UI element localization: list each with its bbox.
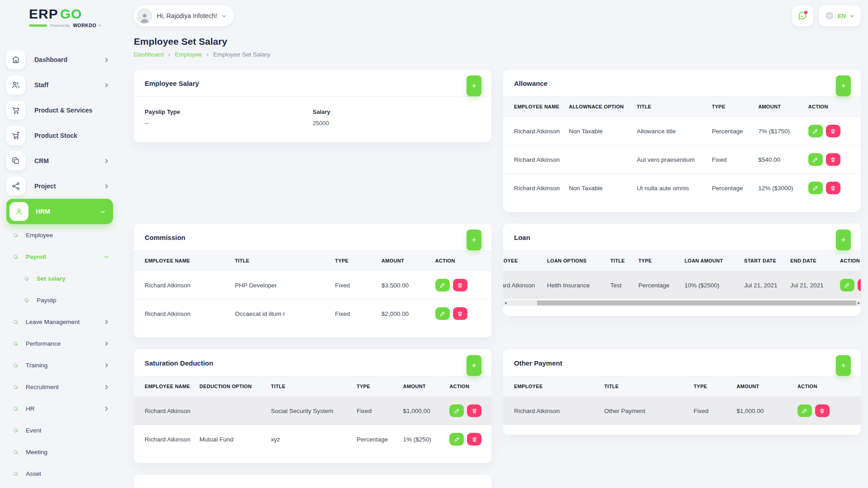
card-head: Allowance + (503, 70, 861, 97)
sidebar-item-hr[interactable]: HR (6, 398, 113, 419)
user-avatar (137, 8, 152, 24)
edit-button[interactable] (449, 433, 464, 446)
delete-button[interactable] (826, 182, 840, 194)
add-saturation-deduction-button[interactable]: + (467, 355, 481, 376)
language-selector[interactable]: EN (819, 5, 861, 26)
workdo-dot: • (99, 23, 100, 28)
delete-button[interactable] (453, 307, 467, 320)
delete-button[interactable] (815, 404, 830, 417)
sidebar-item-training[interactable]: Training (6, 354, 113, 376)
edit-button[interactable] (449, 404, 464, 417)
cell-amount: $3,500.00 (377, 271, 431, 300)
column-header-type: TYPE (689, 376, 732, 397)
add-other-payment-button[interactable]: + (836, 355, 851, 376)
scroll-left-arrow[interactable]: ◂ (505, 300, 507, 306)
column-header-employee: EMPLOYEE (503, 376, 600, 397)
cell-title: Occaecat id illum r (231, 300, 330, 328)
sidebar-item-recruitment[interactable]: Recruitment (6, 376, 113, 398)
bullet-icon (24, 297, 29, 303)
sidebar-item-label: Product & Services (34, 107, 92, 114)
sidebar-item-product-stock[interactable]: Product Stock (6, 123, 113, 148)
chevron-down-icon (849, 14, 854, 19)
edit-button[interactable] (808, 182, 823, 194)
cell-amount: $1,000.00 (732, 397, 793, 425)
sidebar-item-asset[interactable]: Asset (6, 463, 113, 484)
sidebar-item-crm[interactable]: CRM (6, 148, 113, 174)
cell-type: Percentage (352, 425, 399, 454)
table-header-row: EMPLOYEE NAMEALLOWNACE OPTIONTITLETYPEAM… (503, 97, 861, 117)
breadcrumb-employee[interactable]: Employee (175, 51, 202, 58)
sidebar-item-project[interactable]: Project (6, 174, 113, 199)
row-actions (840, 279, 861, 291)
cell-employee-name: Richard Atkinson (134, 425, 195, 454)
add-commission-button[interactable]: + (467, 230, 481, 250)
scroll-right-arrow[interactable]: ▸ (858, 300, 860, 306)
sidebar-item-product-services[interactable]: Product & Services (6, 98, 113, 123)
sidebar-item-label: HR (26, 405, 35, 412)
sidebar-item-label: Training (26, 362, 47, 369)
chevron-right-icon (104, 341, 109, 347)
chevron-right-icon (104, 183, 109, 189)
add-loan-button[interactable]: + (836, 230, 851, 250)
delete-button[interactable] (826, 125, 840, 137)
sidebar-item-meeting[interactable]: Meeting (6, 441, 113, 463)
edit-button[interactable] (840, 279, 854, 291)
sidebar-item-dashboard[interactable]: Dashboard (6, 47, 113, 72)
add-employee-salary-button[interactable]: + (467, 75, 481, 96)
delete-button[interactable] (858, 279, 861, 291)
sidebar-item-label: Dashboard (34, 56, 67, 63)
sidebar-item-label: Performance (26, 340, 61, 347)
sidebar-nav: DashboardStaffProduct & ServicesProduct … (0, 42, 118, 484)
row-actions (808, 182, 856, 194)
edit-button[interactable] (808, 153, 823, 166)
bullet-icon (13, 341, 19, 347)
column-header-title: TITLE (266, 376, 352, 397)
card-title: Commission (145, 234, 185, 241)
edit-button[interactable] (435, 279, 450, 291)
horizontal-scrollbar[interactable]: ◂ ▸ (503, 300, 861, 306)
cell-title: Allowance title (632, 117, 708, 145)
edit-button[interactable] (435, 307, 450, 320)
sidebar-item-hrm[interactable]: HRM (6, 199, 113, 224)
scrollbar-thumb[interactable] (537, 300, 856, 305)
column-header-action: ACTION (445, 376, 491, 397)
edit-button[interactable] (797, 404, 812, 417)
pencil-icon (454, 408, 460, 414)
topbar-actions: EN (792, 5, 861, 26)
sidebar-item-label: Payroll (26, 253, 46, 260)
edit-button[interactable] (808, 125, 823, 137)
delete-button[interactable] (453, 279, 467, 291)
sidebar-item-staff[interactable]: Staff (6, 72, 113, 98)
user-greeting: Hi, Rajodiya Infotech! (157, 12, 217, 19)
card-title: Other Payment (514, 359, 562, 367)
cell-amount: $2,000.00 (377, 300, 431, 328)
card-footer (503, 306, 861, 316)
breadcrumb-dashboard[interactable]: Dashboard (134, 51, 164, 58)
delete-button[interactable] (467, 404, 481, 417)
user-menu[interactable]: Hi, Rajodiya Infotech! (134, 5, 234, 26)
column-header-deduction-option: DEDUCTION OPTION (195, 376, 266, 397)
delete-button[interactable] (826, 153, 840, 166)
sidebar-item-event[interactable]: Event (6, 419, 113, 441)
sidebar-item-performance[interactable]: Performance (6, 333, 113, 354)
messenger-button[interactable] (792, 5, 813, 26)
column-header-title: TITLE (231, 251, 330, 271)
add-allowance-button[interactable]: + (836, 75, 851, 96)
sidebar-item-set-salary[interactable]: Set salary (6, 267, 113, 289)
cell-title: xyz (266, 425, 352, 454)
bullet-icon (13, 406, 19, 412)
cell-type: Percentage (707, 117, 754, 145)
sidebar-item-payslip[interactable]: Payslip (6, 289, 113, 311)
cell-amount: $1,000.00 (399, 397, 445, 425)
cell-allownace-option: Non Taxable (564, 117, 632, 145)
column-header-type: TYPE (634, 251, 680, 271)
crm-icon (6, 151, 25, 170)
trash-icon (830, 157, 836, 163)
sidebar-item-employee[interactable]: Employee (6, 224, 113, 246)
bullet-icon (13, 384, 19, 390)
trash-icon (819, 408, 825, 414)
sidebar-item-leave-management[interactable]: Leave Management (6, 311, 113, 333)
brand-logo[interactable]: ERP GO Powered By WORKDO • (0, 6, 118, 42)
delete-button[interactable] (467, 433, 481, 446)
sidebar-item-payroll[interactable]: Payroll (6, 246, 113, 267)
